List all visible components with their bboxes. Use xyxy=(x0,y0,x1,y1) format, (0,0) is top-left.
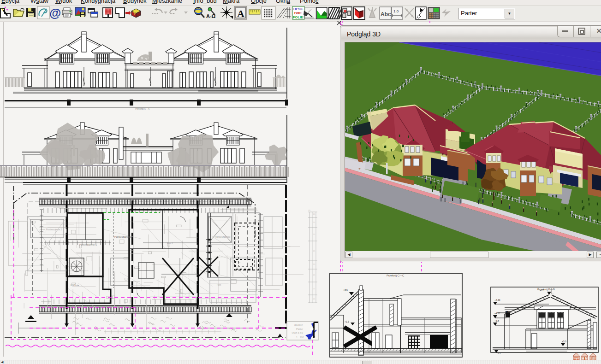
svg-text:Pomieszczenie: Pomieszczenie xyxy=(215,235,231,238)
svg-text:FOLIE: FOLIE xyxy=(293,15,303,19)
svg-text:+5.0: +5.0 xyxy=(562,340,566,343)
svg-text:Kuchnia: Kuchnia xyxy=(71,284,79,287)
svg-text:+4.33: +4.33 xyxy=(494,299,500,301)
svg-text:Parter: Parter xyxy=(296,328,303,330)
svg-text:2.5: 2.5 xyxy=(313,250,315,252)
svg-text:Przekrój A—A: Przekrój A—A xyxy=(135,107,150,110)
svg-text:@: @ xyxy=(49,6,61,20)
svg-text:Pomieszczenie: Pomieszczenie xyxy=(114,235,131,238)
svg-text:Pomieszczenie 2: Pomieszczenie 2 xyxy=(46,229,62,231)
svg-text:+8.6: +8.6 xyxy=(343,288,348,291)
svg-text:1 : 100: 1 : 100 xyxy=(296,336,304,339)
svg-text:125: 125 xyxy=(308,210,310,211)
svg-text:A-Ω: A-Ω xyxy=(206,13,216,19)
svg-text:2.5: 2.5 xyxy=(313,298,315,300)
svg-text:2.5: 2.5 xyxy=(313,234,315,235)
svg-text:2.5: 2.5 xyxy=(313,288,315,290)
svg-text:+8.3: +8.3 xyxy=(540,289,544,292)
svg-text:-0.4: -0.4 xyxy=(497,352,501,354)
svg-text:+1.5: +1.5 xyxy=(345,320,349,323)
svg-text:Pom: Pom xyxy=(217,284,221,286)
svg-text:+3.8: +3.8 xyxy=(494,319,499,322)
svg-text:Przekrój C—C: Przekrój C—C xyxy=(387,274,405,277)
svg-text:2.5: 2.5 xyxy=(313,213,315,215)
svg-text:Pom 2: Pom 2 xyxy=(167,242,173,245)
svg-text:Pomieszczenie 1: Pomieszczenie 1 xyxy=(79,243,97,246)
svg-text:2.5: 2.5 xyxy=(313,222,315,223)
svg-text:HPGL: HPGL xyxy=(293,7,303,11)
svg-text:1.55: 1.55 xyxy=(506,311,511,313)
svg-text:DXF: DXF xyxy=(294,11,302,15)
svg-text:1.0: 1.0 xyxy=(393,9,399,13)
svg-text:Abc: Abc xyxy=(381,11,391,18)
svg-text:1305 2.0X: 1305 2.0X xyxy=(292,332,303,335)
svg-text:A: A xyxy=(237,8,244,19)
svg-text:* .: * . xyxy=(553,293,554,295)
svg-text:doubler: doubler xyxy=(294,323,303,326)
svg-text:+4.27: +4.27 xyxy=(494,312,500,315)
svg-text:2.5: 2.5 xyxy=(313,274,315,276)
svg-text:2.5: 2.5 xyxy=(313,264,315,265)
